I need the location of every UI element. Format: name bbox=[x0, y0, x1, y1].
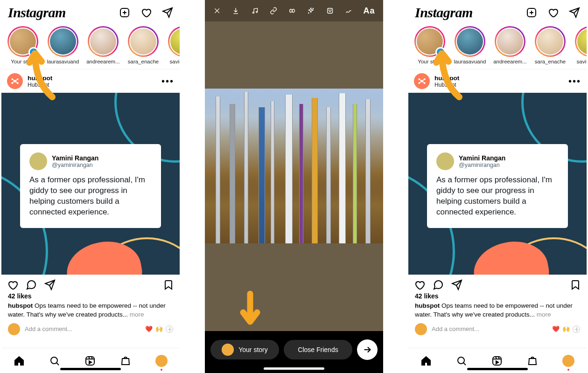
quick-reacts[interactable]: ❤️🙌 bbox=[552, 325, 580, 333]
nav-search-icon[interactable] bbox=[49, 355, 60, 366]
nav-profile-avatar[interactable] bbox=[155, 355, 168, 367]
likes-count[interactable]: 42 likes bbox=[1, 292, 180, 300]
post-more-icon[interactable]: ••• bbox=[161, 76, 174, 87]
boomerang-icon[interactable] bbox=[288, 5, 296, 16]
app-logo[interactable]: Instagram bbox=[8, 5, 66, 21]
bookmark-icon[interactable] bbox=[570, 279, 581, 290]
nav-shop-icon[interactable] bbox=[120, 355, 131, 366]
post-caption[interactable]: hubspot Ops teams need to be empowered -… bbox=[408, 300, 587, 320]
home-indicator bbox=[264, 367, 324, 370]
svg-point-22 bbox=[256, 11, 257, 13]
story-media-preview[interactable] bbox=[205, 89, 383, 243]
home-indicator bbox=[467, 368, 528, 370]
share-close-friends-button[interactable]: Close Friends bbox=[284, 340, 352, 359]
create-icon[interactable] bbox=[119, 7, 130, 18]
post-author[interactable]: hubspot HubSpot bbox=[28, 75, 52, 88]
add-story-badge[interactable]: + bbox=[435, 47, 446, 57]
post-more-icon[interactable]: ••• bbox=[568, 76, 581, 87]
top-bar: Instagram bbox=[1, 0, 180, 23]
bookmark-icon[interactable] bbox=[163, 279, 174, 290]
svg-point-27 bbox=[330, 10, 331, 10]
more-reacts-icon[interactable] bbox=[166, 325, 173, 333]
svg-point-21 bbox=[252, 12, 254, 14]
svg-point-24 bbox=[308, 13, 309, 13]
feed-panel-1: Instagram + Your story laurasavuand andr… bbox=[1, 0, 180, 373]
svg-rect-42 bbox=[493, 357, 501, 365]
app-logo[interactable]: Instagram bbox=[415, 5, 473, 21]
svg-rect-14 bbox=[86, 357, 94, 365]
link-icon[interactable] bbox=[270, 5, 277, 16]
share-icon[interactable] bbox=[451, 279, 462, 290]
nav-home-icon[interactable] bbox=[14, 355, 25, 366]
share-icon[interactable] bbox=[44, 279, 56, 290]
add-comment-row[interactable]: Add a comment... ❤️🙌 bbox=[408, 320, 587, 336]
story-item[interactable]: savinadrian bbox=[167, 26, 180, 64]
nav-shop-icon[interactable] bbox=[527, 355, 538, 366]
post-author-avatar[interactable] bbox=[414, 73, 430, 89]
effects-icon[interactable] bbox=[307, 5, 315, 16]
add-story-badge[interactable]: + bbox=[28, 47, 39, 57]
nav-reels-icon[interactable] bbox=[491, 355, 503, 366]
story-item[interactable]: sara_enache bbox=[126, 26, 160, 64]
like-icon[interactable] bbox=[414, 279, 425, 290]
stories-tray[interactable]: + Your story laurasavuand andreearem... … bbox=[1, 23, 180, 67]
text-tool[interactable]: Aa bbox=[364, 5, 375, 16]
likes-count[interactable]: 42 likes bbox=[408, 292, 587, 300]
svg-point-26 bbox=[329, 10, 329, 10]
post-author-avatar[interactable] bbox=[7, 73, 23, 89]
story-item[interactable]: laurasavuand bbox=[453, 26, 487, 64]
post-image[interactable]: Yamini Rangan @yaminirangan As a former … bbox=[1, 93, 180, 275]
next-button[interactable] bbox=[357, 339, 378, 360]
top-actions bbox=[119, 7, 173, 18]
post-caption[interactable]: hubspot Ops teams need to be empowered -… bbox=[1, 300, 180, 320]
activity-heart-icon[interactable] bbox=[547, 7, 559, 18]
comment-icon[interactable] bbox=[433, 279, 444, 290]
post-header[interactable]: hubspot HubSpot ••• bbox=[408, 69, 587, 93]
stories-tray[interactable]: + Your story laurasavuand andreearem... … bbox=[408, 23, 587, 67]
story-item[interactable]: sara_enache bbox=[533, 26, 567, 64]
nav-home-icon[interactable] bbox=[420, 355, 432, 366]
nav-search-icon[interactable] bbox=[456, 355, 467, 366]
home-indicator bbox=[60, 368, 121, 370]
share-your-story-button[interactable]: Your story bbox=[210, 340, 279, 359]
embedded-tweet: Yamini Rangan @yaminirangan As a former … bbox=[427, 144, 568, 228]
music-icon[interactable] bbox=[251, 5, 259, 16]
nav-reels-icon[interactable] bbox=[84, 355, 96, 366]
story-item[interactable]: laurasavuand bbox=[46, 26, 80, 64]
dm-send-icon[interactable] bbox=[569, 7, 580, 18]
annotation-arrow bbox=[238, 290, 262, 327]
svg-point-23 bbox=[313, 8, 313, 9]
post-header[interactable]: hubspot HubSpot ••• bbox=[1, 69, 180, 93]
draw-icon[interactable] bbox=[345, 5, 352, 16]
add-comment-placeholder[interactable]: Add a comment... bbox=[25, 325, 72, 332]
share-row: Your story Close Friends bbox=[205, 338, 383, 362]
my-avatar-mini bbox=[222, 344, 234, 356]
add-comment-row[interactable]: Add a comment... ❤️🙌 bbox=[1, 320, 180, 336]
feed-panel-2: Instagram + Your story laurasavuand andr… bbox=[408, 0, 587, 373]
top-actions bbox=[526, 7, 580, 18]
quick-reacts[interactable]: ❤️🙌 bbox=[145, 325, 173, 333]
story-your-story[interactable]: + Your story bbox=[413, 26, 447, 64]
add-comment-placeholder[interactable]: Add a comment... bbox=[432, 325, 479, 332]
svg-rect-25 bbox=[327, 8, 332, 14]
post-author[interactable]: hubspot HubSpot bbox=[434, 75, 459, 88]
like-icon[interactable] bbox=[7, 279, 18, 290]
close-icon[interactable] bbox=[213, 5, 221, 16]
story-your-story[interactable]: + Your story bbox=[6, 26, 40, 64]
post-actions bbox=[1, 275, 180, 292]
nav-profile-avatar[interactable] bbox=[562, 355, 574, 367]
dm-send-icon[interactable] bbox=[162, 7, 173, 18]
story-item[interactable]: andreearem... bbox=[86, 26, 120, 64]
editor-toolbar: Aa bbox=[205, 0, 383, 21]
story-item[interactable]: savinadrian bbox=[574, 26, 587, 64]
svg-line-13 bbox=[57, 363, 59, 365]
sticker-icon[interactable] bbox=[326, 5, 334, 16]
embedded-tweet: Yamini Rangan @yaminirangan As a former … bbox=[20, 144, 161, 228]
comment-icon[interactable] bbox=[26, 279, 37, 290]
story-item[interactable]: andreearem... bbox=[493, 26, 527, 64]
download-icon[interactable] bbox=[232, 5, 239, 16]
activity-heart-icon[interactable] bbox=[140, 7, 152, 18]
create-icon[interactable] bbox=[526, 7, 537, 18]
post-image[interactable]: Yamini Rangan @yaminirangan As a former … bbox=[408, 93, 587, 275]
more-reacts-icon[interactable] bbox=[573, 325, 580, 333]
